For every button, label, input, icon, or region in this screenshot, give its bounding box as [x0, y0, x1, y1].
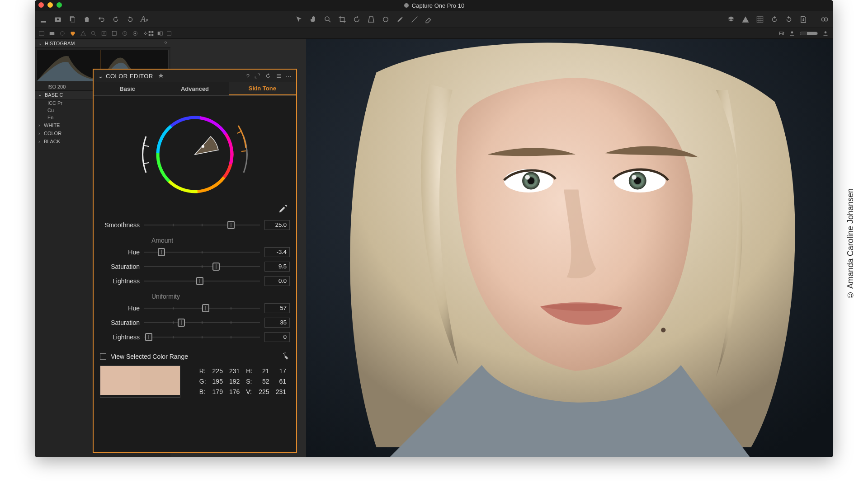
amount-hue-slider[interactable]	[144, 248, 260, 256]
compare-icon[interactable]	[821, 15, 829, 23]
swatch-2	[140, 366, 180, 395]
svg-point-5	[325, 17, 329, 21]
fit-user2-icon[interactable]	[822, 30, 829, 37]
svg-point-37	[525, 175, 530, 179]
uni-sat-value[interactable]: 35	[264, 318, 290, 328]
svg-point-22	[146, 33, 147, 33]
color-editor-panel: ⌄ COLOR EDITOR ? ⋯ Basic Advanced Skin T…	[93, 69, 297, 453]
mask-spray-icon[interactable]	[282, 352, 290, 361]
uni-light-slider[interactable]	[144, 333, 260, 341]
svg-point-15	[91, 31, 94, 34]
preset-icon[interactable]	[276, 73, 282, 79]
uni-hue-slider[interactable]	[144, 304, 260, 312]
pan-tool-icon[interactable]	[309, 15, 317, 23]
rotate-tool-icon[interactable]	[353, 15, 361, 23]
library-tab-icon[interactable]	[38, 30, 45, 37]
svg-point-58	[284, 354, 285, 355]
view-selected-checkbox[interactable]	[100, 353, 106, 360]
svg-rect-26	[149, 34, 151, 36]
layers-icon[interactable]	[727, 15, 735, 23]
metadata-tab-icon[interactable]	[122, 30, 128, 37]
lens-tab-icon[interactable]	[59, 30, 66, 37]
search-tab-icon[interactable]	[90, 30, 97, 37]
amount-light-slider[interactable]	[144, 277, 260, 285]
svg-rect-25	[151, 31, 153, 33]
color-wheel[interactable]	[94, 96, 296, 213]
history-undo-icon[interactable]	[112, 15, 120, 23]
warning-icon[interactable]	[741, 15, 750, 23]
tab-skin-tone[interactable]: Skin Tone	[229, 82, 296, 95]
amount-section-label: Amount	[100, 232, 290, 245]
window-close-button[interactable]	[38, 2, 44, 8]
capture-tab-icon[interactable]	[49, 30, 55, 37]
svg-rect-10	[50, 32, 55, 35]
exposure-tab-icon[interactable]	[80, 30, 86, 37]
svg-point-0	[404, 3, 409, 8]
svg-point-19	[134, 33, 136, 34]
adjust-tab-icon[interactable]	[111, 30, 118, 37]
more-icon[interactable]: ⋯	[286, 73, 292, 80]
rotate-ccw-icon[interactable]	[770, 15, 778, 23]
uni-sat-slider[interactable]	[144, 319, 260, 327]
uni-light-value[interactable]: 0	[264, 332, 290, 342]
gradient-tool-icon[interactable]	[410, 15, 419, 23]
keystone-tool-icon[interactable]	[367, 15, 375, 23]
svg-line-55	[241, 151, 246, 151]
details-tab-icon[interactable]	[101, 30, 107, 37]
view-grid-icon[interactable]	[148, 30, 154, 37]
svg-line-53	[144, 163, 149, 164]
erase-tool-icon[interactable]	[425, 15, 433, 23]
cursor-tool-icon[interactable]	[295, 15, 303, 23]
view-split-icon[interactable]	[157, 30, 163, 37]
rotate-cw-icon[interactable]	[785, 15, 793, 23]
svg-point-32	[825, 31, 827, 33]
output-tab-icon[interactable]	[132, 30, 138, 37]
spot-tool-icon[interactable]	[382, 15, 390, 23]
fit-user-icon[interactable]	[789, 30, 795, 37]
svg-point-23	[145, 34, 146, 35]
svg-point-51	[202, 145, 204, 148]
amount-hue-value[interactable]: -3.4	[264, 247, 290, 257]
histogram-panel-header[interactable]: ⌄HISTOGRAM ?	[35, 39, 170, 48]
window-zoom-button[interactable]	[57, 2, 62, 8]
zoom-tool-icon[interactable]	[324, 15, 332, 23]
smoothness-value[interactable]: 25.0	[264, 220, 290, 230]
amount-light-value[interactable]: 0.0	[264, 276, 290, 286]
help-icon[interactable]: ?	[246, 73, 250, 80]
uni-hue-value[interactable]: 57	[264, 303, 290, 313]
trash-icon[interactable]	[83, 15, 91, 23]
app-title-text: Capture One Pro 10	[412, 2, 464, 9]
svg-point-56	[283, 353, 284, 354]
reset-icon[interactable]	[265, 73, 271, 79]
undo-icon[interactable]	[97, 15, 105, 23]
svg-point-21	[145, 31, 146, 32]
svg-line-52	[144, 145, 149, 146]
brush-tool-icon[interactable]	[396, 15, 404, 23]
color-swatches	[100, 366, 180, 398]
export-icon[interactable]	[799, 15, 807, 23]
svg-point-42	[661, 328, 665, 332]
expand-icon[interactable]	[254, 73, 260, 79]
skin-picker-button[interactable]	[278, 204, 288, 215]
svg-point-11	[61, 31, 64, 35]
copy-icon[interactable]	[68, 15, 76, 23]
tab-advanced[interactable]: Advanced	[161, 82, 228, 95]
zoom-slider[interactable]	[800, 32, 818, 35]
color-tab-icon[interactable]	[70, 30, 76, 37]
grid-icon[interactable]	[756, 15, 764, 23]
svg-rect-9	[39, 31, 44, 35]
view-single-icon[interactable]	[166, 30, 172, 37]
crop-tool-icon[interactable]	[338, 15, 346, 23]
amount-sat-slider[interactable]	[144, 263, 260, 271]
svg-point-57	[284, 352, 285, 353]
capture-icon[interactable]	[54, 15, 62, 23]
history-redo-icon[interactable]	[126, 15, 134, 23]
amount-sat-value[interactable]: 9.5	[264, 262, 290, 272]
tab-basic[interactable]: Basic	[94, 82, 161, 95]
annotate-text-icon[interactable]: A▾	[141, 14, 148, 24]
smoothness-slider[interactable]	[144, 221, 260, 229]
window-minimize-button[interactable]	[47, 2, 53, 8]
window-titlebar: Capture One Pro 10	[35, 0, 833, 11]
import-icon[interactable]	[39, 15, 47, 23]
pin-icon[interactable]	[158, 73, 164, 79]
